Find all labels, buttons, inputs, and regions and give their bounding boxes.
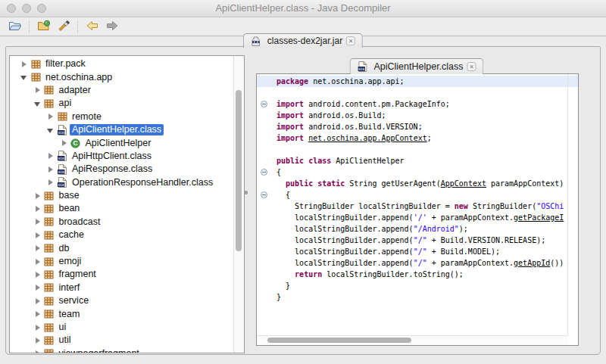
- code-token: "OSChi: [536, 202, 564, 210]
- tree-item-cache[interactable]: cache: [10, 229, 233, 241]
- chevron-right-icon[interactable]: [34, 258, 42, 266]
- chevron-right-icon[interactable]: [34, 337, 42, 344]
- tree-item-bean[interactable]: bean: [10, 202, 233, 215]
- tree-item-util[interactable]: util: [10, 334, 233, 347]
- tree-item-base[interactable]: base: [10, 189, 233, 202]
- tree-item-team[interactable]: team: [10, 307, 233, 320]
- code-token: return: [295, 270, 322, 278]
- tree-item-adapter[interactable]: adapter: [10, 84, 233, 97]
- chevron-right-icon[interactable]: [47, 166, 55, 173]
- package-icon: [44, 85, 55, 95]
- code-line: package net.oschina.app.api;: [257, 76, 568, 87]
- tree-item-ui[interactable]: ui: [10, 321, 233, 334]
- tree-item-apiclienthelper-class[interactable]: 010ApiClientHelper.class: [10, 123, 233, 136]
- chevron-right-icon[interactable]: [47, 113, 55, 120]
- open-type-button[interactable]: [34, 19, 54, 34]
- tree-scrollbar[interactable]: [233, 56, 244, 353]
- fold-collapse-icon[interactable]: [261, 169, 267, 176]
- classfile-icon: 010: [57, 177, 67, 188]
- chevron-right-icon[interactable]: [34, 205, 42, 213]
- package-icon: [44, 282, 55, 293]
- code-line: return localStringBuilder.toString();: [257, 269, 568, 280]
- code-token: + Build.MODEL);: [427, 247, 500, 256]
- chevron-right-icon[interactable]: [61, 139, 68, 147]
- code-horizontal-scrollbar-thumb[interactable]: [267, 338, 411, 343]
- tree-item-label: ApiClientHelper: [83, 138, 154, 149]
- tree-item-label: fragment: [57, 269, 98, 280]
- tree-item-fragment[interactable]: fragment: [10, 268, 233, 281]
- tab-classes-dex2jar-jar[interactable]: classes-dex2jar.jar ✕: [243, 33, 363, 48]
- open-folder-icon: [8, 20, 22, 34]
- tree-item-operationresponsehandler-class[interactable]: 010OperationResponseHandler.class: [10, 176, 233, 189]
- paintbrush-icon: [57, 20, 70, 34]
- chevron-right-icon[interactable]: [34, 244, 42, 252]
- code-token: }: [276, 293, 281, 301]
- fold-collapse-icon[interactable]: [261, 191, 267, 198]
- tree-item-service[interactable]: service: [10, 294, 233, 307]
- tree-item-label: db: [57, 243, 72, 254]
- svg-text:010: 010: [58, 183, 64, 187]
- close-icon[interactable]: ✕: [346, 36, 355, 45]
- code-horizontal-scrollbar[interactable]: [257, 335, 568, 345]
- chevron-right-icon[interactable]: [47, 179, 55, 186]
- forward-button[interactable]: [102, 19, 122, 34]
- chevron-down-icon[interactable]: [47, 126, 55, 134]
- tree-item-db[interactable]: db: [10, 241, 233, 254]
- code-vertical-scrollbar[interactable]: [567, 74, 578, 336]
- tab-label: ApiClientHelper.class: [373, 61, 463, 72]
- chevron-right-icon[interactable]: [34, 86, 42, 94]
- chevron-right-icon[interactable]: [47, 152, 55, 160]
- tree-item-interf[interactable]: interf: [10, 282, 233, 294]
- code-link[interactable]: AppContext: [441, 179, 486, 188]
- tree-item-label: remote: [70, 111, 104, 123]
- chevron-right-icon[interactable]: [34, 297, 42, 305]
- chevron-right-icon[interactable]: [34, 324, 42, 331]
- open-jar-icon: [37, 20, 51, 34]
- tree-item-viewpagerfragment[interactable]: viewpagerfragment: [10, 347, 233, 353]
- tree-item-remote[interactable]: remote: [10, 110, 233, 123]
- tree-item-apihttpclient-class[interactable]: 010ApiHttpClient.class: [10, 150, 233, 163]
- code-link[interactable]: getAppId: [514, 259, 550, 267]
- package-icon: [30, 59, 41, 70]
- code-token: StringBuilder(: [468, 202, 536, 210]
- tab-apiclienthelper-class[interactable]: 010 ApiClientHelper.class ✕: [349, 58, 483, 74]
- chevron-down-icon[interactable]: [34, 100, 42, 107]
- splitter-handle[interactable]: [244, 191, 248, 194]
- code-link[interactable]: getPackageI: [514, 213, 564, 222]
- classfile-icon: 010: [57, 125, 67, 135]
- chevron-right-icon[interactable]: [20, 61, 28, 68]
- tree-item-net-oschina-app[interactable]: net.oschina.app: [10, 70, 233, 83]
- chevron-right-icon[interactable]: [34, 350, 42, 353]
- tree-item-filter-pack[interactable]: filter.pack: [10, 58, 233, 70]
- code-token: {: [276, 191, 290, 199]
- back-button[interactable]: [83, 19, 102, 34]
- open-file-button[interactable]: [5, 19, 25, 34]
- tree-item-label: net.oschina.app: [43, 72, 114, 83]
- code-line: public static String getUserAgent(AppCon…: [257, 178, 568, 189]
- code-link[interactable]: net.oschina.app.AppContext: [308, 134, 427, 142]
- chevron-down-icon[interactable]: [20, 73, 28, 81]
- fold-collapse-icon[interactable]: [261, 101, 267, 107]
- zoom-window-button[interactable]: [37, 4, 46, 13]
- close-window-button[interactable]: [7, 4, 16, 13]
- close-icon[interactable]: ✕: [467, 62, 476, 71]
- chevron-right-icon[interactable]: [34, 218, 42, 226]
- chevron-right-icon[interactable]: [34, 310, 42, 318]
- tree-item-api[interactable]: api: [10, 97, 233, 110]
- class-icon: C: [70, 138, 81, 148]
- tree-item-emoji[interactable]: emoji: [10, 255, 233, 268]
- code-line: localStringBuilder.append("/" + paramApp…: [257, 257, 568, 269]
- code-token: localStringBuilder.toString();: [322, 270, 464, 278]
- tree-scrollbar-thumb[interactable]: [236, 90, 242, 251]
- code-token: paramAppContext): [486, 179, 564, 188]
- tree-item-apiresponse-class[interactable]: 010ApiResponse.class: [10, 163, 233, 176]
- search-button[interactable]: [54, 19, 73, 34]
- tree-item-apiclienthelper[interactable]: CApiClientHelper: [10, 136, 233, 149]
- tree-item-broadcast[interactable]: broadcast: [10, 216, 233, 229]
- chevron-right-icon[interactable]: [34, 271, 42, 278]
- chevron-right-icon[interactable]: [34, 284, 42, 291]
- chevron-right-icon[interactable]: [34, 192, 42, 200]
- code-token: + Build.VERSION.RELEASE);: [427, 236, 546, 244]
- minimize-window-button[interactable]: [22, 4, 31, 13]
- chevron-right-icon[interactable]: [34, 232, 42, 239]
